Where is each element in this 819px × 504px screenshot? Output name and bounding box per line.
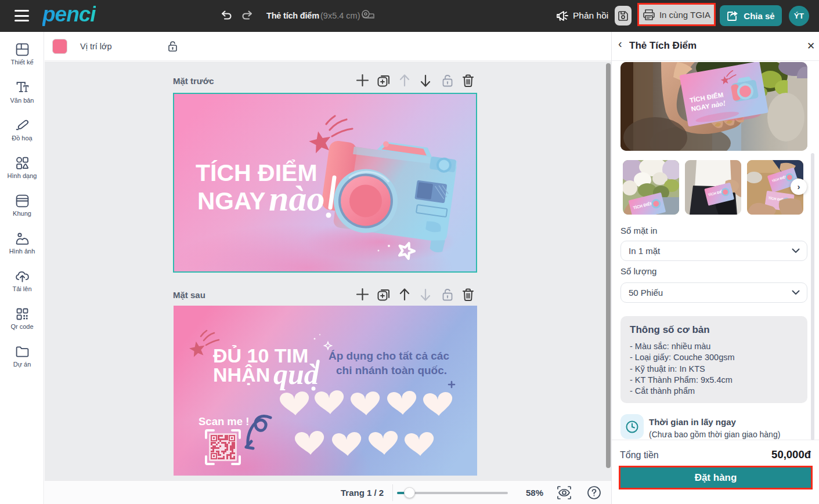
svg-text:nào: nào xyxy=(269,179,324,218)
svg-text:Áp dụng cho tất cả các: Áp dụng cho tất cả các xyxy=(329,350,449,362)
svg-text:NGAY: NGAY xyxy=(197,187,266,215)
svg-text:Scan me !: Scan me ! xyxy=(199,415,249,427)
svg-text:quà: quà xyxy=(273,358,319,390)
svg-text:chi nhánh toàn quốc.: chi nhánh toàn quốc. xyxy=(336,364,447,376)
svg-text:NHẬN: NHẬN xyxy=(213,364,270,386)
